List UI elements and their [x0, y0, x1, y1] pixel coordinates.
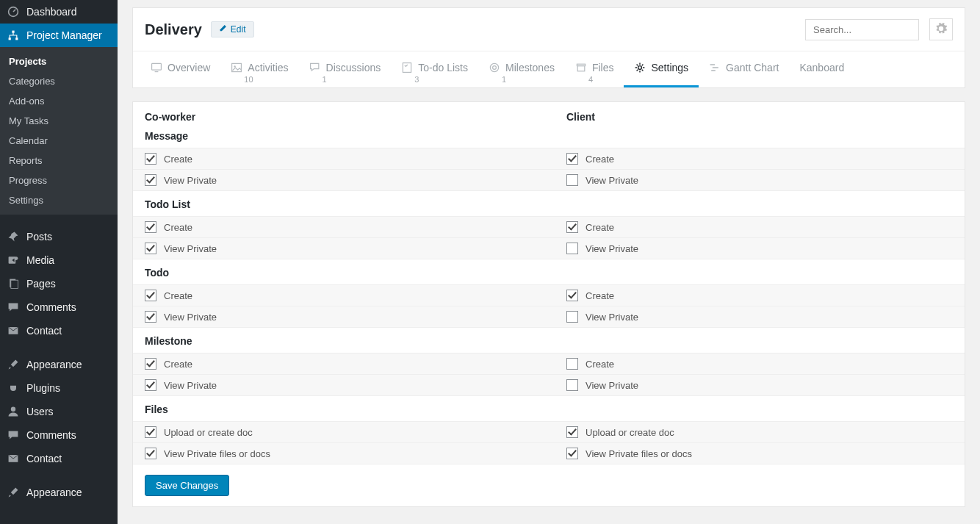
client-cell: View Private [566, 174, 953, 186]
permission-row: View Private files or docsView Private f… [133, 443, 965, 464]
tab-kanboard[interactable]: Kanboard [789, 51, 854, 85]
permission-label: Create [586, 359, 614, 370]
coworker-cell: View Private [145, 243, 566, 254]
sidebar-contact[interactable]: Contact [0, 319, 118, 342]
submenu-categories[interactable]: Categories [0, 71, 118, 91]
target-icon [489, 62, 500, 73]
submenu-projects[interactable]: Projects [0, 51, 118, 71]
submenu-calendar[interactable]: Calendar [0, 131, 118, 151]
coworker-cell: Create [145, 358, 566, 370]
checkbox[interactable] [145, 379, 156, 391]
search-input[interactable] [805, 19, 919, 40]
tab-gantt[interactable]: Gantt Chart [699, 51, 789, 85]
client-cell: Create [566, 358, 953, 370]
checkbox[interactable] [566, 174, 578, 186]
tab-files[interactable]: Files 4 [565, 51, 624, 85]
tab-todolists-count: 3 [414, 75, 419, 84]
submenu-addons[interactable]: Add-ons [0, 91, 118, 111]
submenu-my-tasks[interactable]: My Tasks [0, 111, 118, 131]
chat-icon [309, 62, 321, 73]
client-cell: View Private files or docs [566, 448, 953, 459]
tab-activities[interactable]: Activities 10 [220, 51, 298, 85]
sidebar-dashboard[interactable]: Dashboard [0, 0, 118, 24]
client-cell: View Private [566, 243, 953, 254]
sidebar-media[interactable]: Media [0, 248, 118, 272]
sidebar-media-label: Media [26, 254, 54, 266]
checkbox[interactable] [566, 379, 578, 391]
checkbox[interactable] [566, 290, 578, 301]
checkbox[interactable] [566, 243, 578, 254]
checkbox[interactable] [566, 221, 578, 233]
project-header-card: Delivery Edit Overview Activities 10 [132, 7, 965, 88]
checkbox[interactable] [145, 153, 156, 165]
submenu-settings[interactable]: Settings [0, 190, 118, 210]
tab-discussions[interactable]: Discussions 1 [299, 51, 392, 85]
checkbox[interactable] [145, 243, 156, 254]
svg-point-16 [493, 66, 497, 70]
submenu-progress[interactable]: Progress [0, 171, 118, 190]
coworker-cell: Upload or create doc [145, 426, 566, 438]
tab-files-label: Files [592, 62, 614, 73]
checkbox[interactable] [145, 426, 156, 438]
permission-row: Upload or create docUpload or create doc [133, 422, 965, 443]
project-title: Delivery [145, 21, 202, 38]
svg-point-19 [638, 66, 642, 70]
tab-milestones[interactable]: Milestones 1 [478, 51, 565, 85]
tab-overview-label: Overview [167, 62, 210, 73]
checkbox[interactable] [566, 311, 578, 323]
section-title: Milestone [133, 328, 965, 353]
checkbox[interactable] [145, 448, 156, 459]
edit-button[interactable]: Edit [211, 21, 254, 37]
sidebar-pages-label: Pages [26, 278, 56, 290]
checkbox[interactable] [566, 426, 578, 438]
tab-milestones-count: 1 [502, 75, 506, 84]
permission-label: Upload or create doc [586, 427, 674, 438]
sidebar-pages[interactable]: Pages [0, 272, 118, 295]
user-icon [6, 406, 21, 417]
sidebar-project-manager[interactable]: Project Manager [0, 24, 118, 47]
svg-point-5 [15, 256, 18, 260]
save-button[interactable]: Save Changes [145, 475, 229, 496]
permission-sections: MessageCreateCreateView PrivateView Priv… [133, 123, 965, 464]
checkbox[interactable] [566, 448, 578, 459]
coworker-cell: View Private files or docs [145, 448, 566, 459]
admin-sidebar: Dashboard Project Manager Projects Categ… [0, 0, 118, 524]
sidebar-posts[interactable]: Posts [0, 225, 118, 248]
checkbox[interactable] [145, 174, 156, 186]
checkbox[interactable] [145, 311, 156, 323]
sidebar-project-manager-label: Project Manager [26, 29, 102, 41]
sidebar-appearance-2[interactable]: Appearance [0, 481, 118, 504]
sidebar-plugins[interactable]: Plugins [0, 376, 118, 400]
mail-icon [6, 325, 21, 337]
sidebar-appearance-2-label: Appearance [26, 487, 82, 498]
permission-row: View PrivateView Private [133, 238, 965, 259]
checkbox[interactable] [145, 358, 156, 370]
tab-todolists[interactable]: To-do Lists 3 [391, 51, 478, 85]
brush-icon [6, 359, 21, 370]
svg-rect-7 [11, 280, 18, 288]
comment-icon [6, 301, 21, 313]
checkbox[interactable] [145, 221, 156, 233]
tab-overview[interactable]: Overview [140, 51, 220, 85]
svg-rect-21 [713, 67, 718, 68]
svg-rect-20 [710, 64, 715, 65]
coworker-cell: Create [145, 153, 566, 165]
sidebar-contact-2[interactable]: Contact [0, 447, 118, 470]
tab-settings[interactable]: Settings [624, 51, 699, 87]
checkbox[interactable] [145, 290, 156, 301]
checkbox[interactable] [566, 153, 578, 165]
sidebar-comments[interactable]: Comments [0, 295, 118, 319]
sidebar-users[interactable]: Users [0, 400, 118, 423]
checkbox[interactable] [566, 358, 578, 370]
sidebar-appearance[interactable]: Appearance [0, 353, 118, 376]
sidebar-comments-2[interactable]: Comments [0, 423, 118, 447]
permission-label: View Private files or docs [164, 448, 270, 459]
permission-label: Create [164, 290, 192, 301]
section-title: Todo [133, 259, 965, 285]
submenu-reports[interactable]: Reports [0, 151, 118, 171]
coworker-cell: View Private [145, 311, 566, 323]
permission-label: View Private [164, 175, 217, 186]
comment-icon [6, 429, 21, 441]
settings-gear-button[interactable] [929, 18, 953, 40]
tab-discussions-count: 1 [323, 75, 327, 84]
